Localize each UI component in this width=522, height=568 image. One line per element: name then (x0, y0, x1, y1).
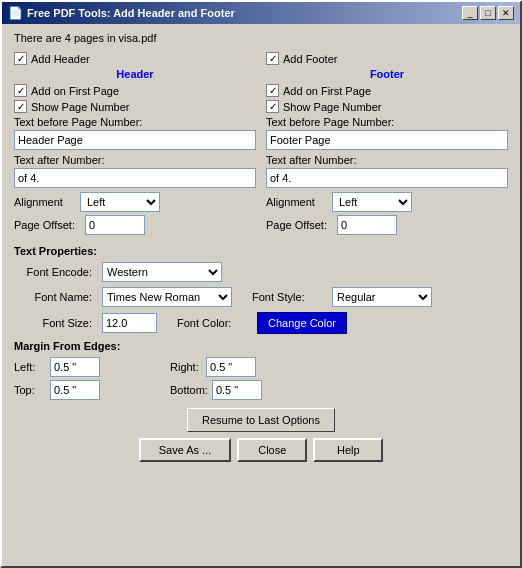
footer-show-page-row: Show Page Number (266, 100, 508, 113)
header-show-page-row: Show Page Number (14, 100, 256, 113)
close-window-button[interactable]: ✕ (498, 6, 514, 20)
info-text: There are 4 pages in visa.pdf (14, 32, 508, 44)
font-encode-select[interactable]: Western (102, 262, 222, 282)
header-text-after-label: Text after Number: (14, 154, 256, 166)
header-show-page-checkbox[interactable] (14, 100, 27, 113)
margin-right-label: Right: (170, 361, 202, 373)
add-footer-label: Add Footer (283, 53, 337, 65)
header-page-offset-row: Page Offset: (14, 215, 256, 235)
app-icon: 📄 (8, 6, 23, 20)
footer-add-first-checkbox[interactable] (266, 84, 279, 97)
minimize-button[interactable]: _ (462, 6, 478, 20)
header-show-page-label: Show Page Number (31, 101, 129, 113)
font-name-select[interactable]: Times New Roman (102, 287, 232, 307)
margin-left-input[interactable] (50, 357, 100, 377)
add-footer-row: Add Footer (266, 52, 508, 65)
footer-show-page-checkbox[interactable] (266, 100, 279, 113)
footer-add-first-label: Add on First Page (283, 85, 371, 97)
add-header-label: Add Header (31, 53, 90, 65)
footer-page-offset-input[interactable] (337, 215, 397, 235)
maximize-button[interactable]: □ (480, 6, 496, 20)
footer-text-after-label: Text after Number: (266, 154, 508, 166)
font-encode-row: Font Encode: Western (14, 262, 508, 282)
font-size-input[interactable] (102, 313, 157, 333)
margin-left-item: Left: (14, 357, 100, 377)
change-color-button[interactable]: Change Color (257, 312, 347, 334)
font-style-label: Font Style: (252, 291, 322, 303)
footer-text-before-input[interactable] (266, 130, 508, 150)
footer-alignment-select[interactable]: Left Center Right (332, 192, 412, 212)
font-size-label: Font Size: (14, 317, 92, 329)
margin-section: Margin From Edges: Left: Right: Top: Bot… (14, 340, 508, 400)
font-style-select[interactable]: Regular Bold Italic Bold Italic (332, 287, 432, 307)
footer-show-page-label: Show Page Number (283, 101, 381, 113)
text-props-grid: Font Encode: Western Font Name: Times Ne… (14, 262, 508, 334)
header-text-after-input[interactable] (14, 168, 256, 188)
margin-title: Margin From Edges: (14, 340, 508, 352)
add-footer-checkbox[interactable] (266, 52, 279, 65)
resume-button-row: Resume to Last Options (14, 408, 508, 432)
add-header-row: Add Header (14, 52, 256, 65)
header-column: Add Header Header Add on First Page Show… (14, 52, 256, 237)
header-text-before-input[interactable] (14, 130, 256, 150)
header-add-first-label: Add on First Page (31, 85, 119, 97)
header-alignment-select[interactable]: Left Center Right (80, 192, 160, 212)
title-bar: 📄 Free PDF Tools: Add Header and Footer … (2, 2, 520, 24)
font-size-color-row: Font Size: Font Color: Change Color (14, 312, 508, 334)
title-buttons: _ □ ✕ (462, 6, 514, 20)
margin-top-label: Top: (14, 384, 46, 396)
title-bar-left: 📄 Free PDF Tools: Add Header and Footer (8, 6, 235, 20)
header-section-label: Header (14, 68, 256, 80)
margin-top-bottom-row: Top: Bottom: (14, 380, 508, 400)
header-add-first-checkbox[interactable] (14, 84, 27, 97)
footer-text-after-input[interactable] (266, 168, 508, 188)
margin-bottom-label: Bottom: (170, 384, 208, 396)
font-color-label: Font Color: (177, 317, 247, 329)
margin-right-item: Right: (170, 357, 256, 377)
window-title: Free PDF Tools: Add Header and Footer (27, 7, 235, 19)
font-name-label: Font Name: (14, 291, 92, 303)
font-name-style-row: Font Name: Times New Roman Font Style: R… (14, 287, 508, 307)
footer-add-first-row: Add on First Page (266, 84, 508, 97)
footer-page-offset-row: Page Offset: (266, 215, 508, 235)
footer-alignment-row: Alignment Left Center Right (266, 192, 508, 212)
footer-page-offset-label: Page Offset: (266, 219, 331, 231)
margin-top-item: Top: (14, 380, 100, 400)
save-as-button[interactable]: Save As ... (139, 438, 232, 462)
header-page-offset-label: Page Offset: (14, 219, 79, 231)
header-page-offset-input[interactable] (85, 215, 145, 235)
footer-text-before-label: Text before Page Number: (266, 116, 508, 128)
margin-bottom-item: Bottom: (170, 380, 262, 400)
font-encode-label: Font Encode: (14, 266, 92, 278)
resume-button[interactable]: Resume to Last Options (187, 408, 335, 432)
footer-alignment-label: Alignment (266, 196, 326, 208)
text-properties-section: Text Properties: Font Encode: Western Fo… (14, 245, 508, 334)
margin-right-input[interactable] (206, 357, 256, 377)
action-buttons-row: Save As ... Close Help (14, 438, 508, 462)
content-area: There are 4 pages in visa.pdf Add Header… (2, 24, 520, 472)
footer-section-label: Footer (266, 68, 508, 80)
header-footer-columns: Add Header Header Add on First Page Show… (14, 52, 508, 237)
add-header-checkbox[interactable] (14, 52, 27, 65)
header-add-first-row: Add on First Page (14, 84, 256, 97)
main-window: 📄 Free PDF Tools: Add Header and Footer … (0, 0, 522, 568)
text-props-title: Text Properties: (14, 245, 508, 257)
margin-left-label: Left: (14, 361, 46, 373)
header-alignment-label: Alignment (14, 196, 74, 208)
header-text-before-label: Text before Page Number: (14, 116, 256, 128)
help-button[interactable]: Help (313, 438, 383, 462)
close-button[interactable]: Close (237, 438, 307, 462)
header-alignment-row: Alignment Left Center Right (14, 192, 256, 212)
margin-left-right-row: Left: Right: (14, 357, 508, 377)
margin-bottom-input[interactable] (212, 380, 262, 400)
margin-top-input[interactable] (50, 380, 100, 400)
footer-column: Add Footer Footer Add on First Page Show… (266, 52, 508, 237)
